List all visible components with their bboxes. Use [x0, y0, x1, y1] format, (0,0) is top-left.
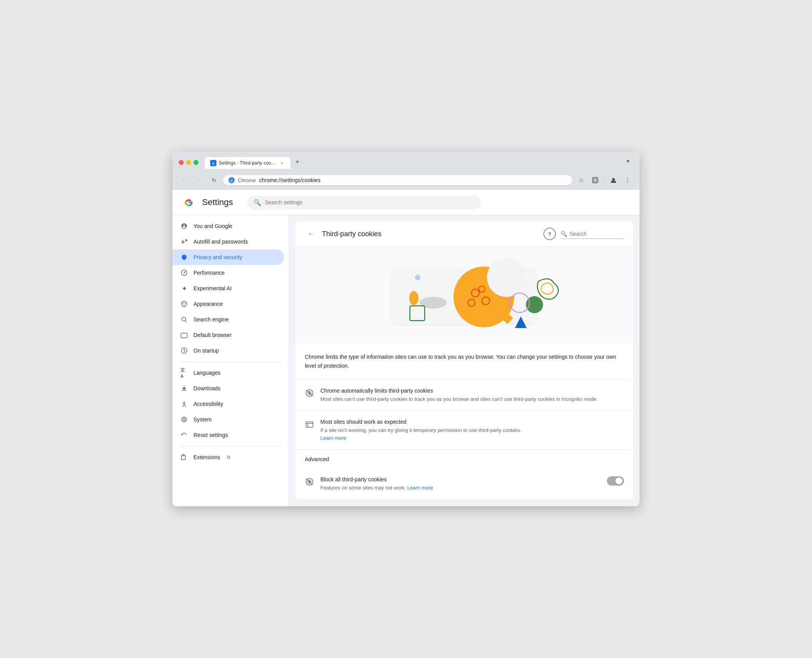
content-card: ← Third-party cookies ? 🔍 — [295, 221, 633, 500]
toolbar-icons: ☆ ⋮ — [575, 174, 633, 186]
svg-point-22 — [420, 297, 447, 309]
settings-container: Settings 🔍 You and Google — [172, 190, 640, 506]
forward-button[interactable]: → — [193, 174, 205, 186]
menu-button[interactable]: ⋮ — [622, 174, 633, 186]
toggle-switch[interactable] — [607, 476, 624, 486]
sidebar-label-on-startup: On startup — [193, 347, 219, 354]
svg-point-10 — [181, 301, 187, 307]
you-and-google-icon — [180, 222, 188, 230]
title-bar-top: S Settings - Third-party cookie × + ▾ — [179, 156, 633, 169]
description-section: Chrome limits the type of information si… — [295, 343, 633, 380]
sidebar-label-privacy: Privacy and security — [193, 254, 242, 260]
svg-rect-15 — [181, 333, 187, 338]
svg-point-21 — [409, 291, 418, 305]
close-button[interactable] — [179, 160, 184, 165]
sidebar-item-autofill[interactable]: Autofill and passwords — [172, 234, 284, 249]
option-most-sites-desc-text: If a site isn't working, you can try giv… — [320, 427, 521, 433]
extension-button[interactable] — [589, 174, 601, 186]
sidebar-item-privacy[interactable]: Privacy and security — [172, 249, 284, 265]
sidebar-item-languages[interactable]: 文A Languages — [172, 365, 284, 381]
profile-button[interactable] — [608, 174, 619, 186]
tab-close-icon[interactable]: × — [279, 160, 285, 166]
option-block-all: Block all third-party cookies Features o… — [295, 468, 633, 500]
address-favicon: C — [228, 177, 235, 183]
settings-header: Settings 🔍 — [172, 190, 640, 215]
back-button[interactable]: ← — [179, 174, 190, 186]
languages-icon: 文A — [180, 369, 188, 377]
option-auto-limit: Chrome automatically limits third-party … — [295, 380, 633, 411]
star-button[interactable]: ☆ — [575, 174, 587, 186]
downloads-icon — [180, 384, 188, 392]
sidebar-label-search-engine: Search engine — [193, 316, 228, 323]
svg-text:S: S — [212, 162, 214, 165]
option-block-all-title: Block all third-party cookies — [320, 476, 601, 483]
content-search-input[interactable] — [569, 231, 624, 237]
svg-point-13 — [184, 305, 185, 306]
sidebar-item-downloads[interactable]: Downloads — [172, 381, 284, 396]
option-most-sites: Most sites should work as expected If a … — [295, 411, 633, 450]
advanced-label: Advanced — [305, 456, 329, 462]
sidebar-item-on-startup[interactable]: On startup — [172, 343, 284, 358]
external-link-icon: ⧉ — [227, 454, 230, 460]
sidebar-label-autofill: Autofill and passwords — [193, 239, 248, 245]
search-engine-icon — [180, 316, 188, 323]
autofill-icon — [180, 238, 188, 246]
fullscreen-button[interactable] — [193, 160, 199, 165]
learn-more-link-2[interactable]: Learn more — [407, 485, 433, 491]
sidebar-label-accessibility: Accessibility — [193, 401, 223, 407]
sidebar-item-appearance[interactable]: Appearance — [172, 296, 284, 312]
sidebar-divider-2 — [180, 446, 281, 446]
svg-point-18 — [183, 419, 185, 421]
minimize-button[interactable] — [186, 160, 191, 165]
svg-point-20 — [415, 275, 420, 280]
sidebar-label-reset: Reset settings — [193, 432, 228, 438]
new-tab-button[interactable]: + — [292, 156, 303, 167]
sidebar-item-default-browser[interactable]: Default browser — [172, 327, 284, 343]
toggle-block-all[interactable] — [607, 476, 624, 486]
option-auto-limit-desc: Most sites can't use third-party cookies… — [320, 395, 624, 403]
address-url: chrome://settings/cookies — [259, 177, 567, 183]
google-logo — [182, 195, 196, 209]
tab-dropdown-button[interactable]: ▾ — [622, 156, 633, 167]
svg-rect-4 — [592, 177, 598, 183]
sidebar-item-reset[interactable]: Reset settings — [172, 427, 284, 443]
settings-search[interactable]: 🔍 — [247, 196, 481, 209]
sidebar-item-experimental-ai[interactable]: ✦ Experimental AI — [172, 281, 284, 296]
sidebar-item-search-engine[interactable]: Search engine — [172, 312, 284, 327]
search-input[interactable] — [265, 199, 475, 205]
browser-window: S Settings - Third-party cookie × + ▾ ← … — [172, 152, 640, 506]
svg-point-9 — [184, 272, 185, 274]
search-icon: 🔍 — [253, 199, 261, 206]
sidebar-label-experimental-ai: Experimental AI — [193, 285, 232, 291]
svg-rect-38 — [306, 422, 313, 427]
sidebar-item-performance[interactable]: Performance — [172, 265, 284, 281]
learn-more-link-1[interactable]: Learn more — [320, 435, 346, 441]
content-search-icon: 🔍 — [561, 231, 567, 237]
content-back-button[interactable]: ← — [305, 228, 317, 240]
reset-icon — [180, 431, 188, 439]
block-all-desc-text: Features on some sites may not work. — [320, 485, 406, 491]
active-tab[interactable]: S Settings - Third-party cookie × — [205, 157, 290, 169]
content-search[interactable]: 🔍 — [561, 229, 624, 239]
tab-title: Settings - Third-party cookie — [219, 160, 276, 166]
performance-icon — [180, 269, 188, 277]
privacy-icon — [180, 253, 188, 261]
toolbar-divider — [604, 176, 605, 184]
reload-button[interactable]: ↻ — [208, 174, 220, 186]
sidebar-item-accessibility[interactable]: Accessibility — [172, 396, 284, 412]
sidebar-label-performance: Performance — [193, 270, 225, 276]
sidebar-item-system[interactable]: System — [172, 412, 284, 427]
help-button[interactable]: ? — [543, 228, 556, 240]
experimental-ai-icon: ✦ — [180, 284, 188, 292]
settings-body: You and Google Autofill and passwords — [172, 215, 640, 506]
sidebar-label-system: System — [193, 416, 212, 423]
address-site: Chrome — [238, 177, 256, 183]
sidebar: You and Google Autofill and passwords — [172, 215, 289, 506]
auto-limit-icon — [305, 388, 314, 398]
toggle-knob — [615, 477, 622, 484]
address-bar[interactable]: C Chrome chrome://settings/cookies — [223, 175, 572, 185]
title-bar: S Settings - Third-party cookie × + ▾ — [172, 152, 640, 172]
sidebar-item-extensions[interactable]: Extensions ⧉ — [172, 449, 284, 465]
sidebar-item-you-and-google[interactable]: You and Google — [172, 218, 284, 234]
content-header: ← Third-party cookies ? 🔍 — [295, 221, 633, 247]
